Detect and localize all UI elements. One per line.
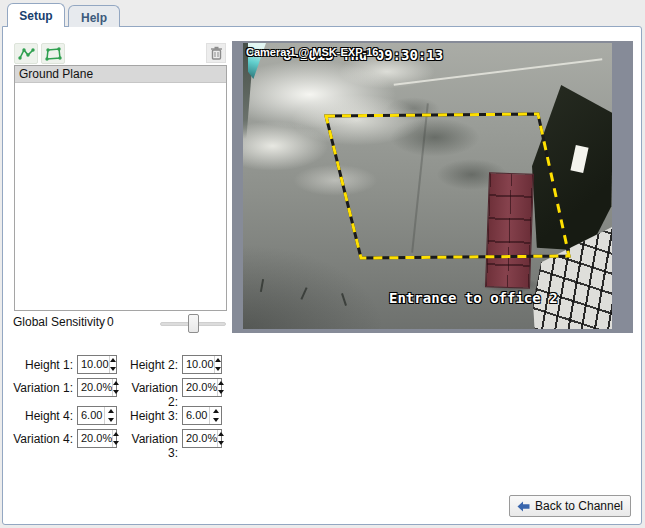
variation3-value[interactable]: 20.0%	[183, 430, 217, 447]
variation4-input[interactable]: 20.0%	[77, 429, 117, 448]
polyline-icon	[18, 47, 35, 61]
spin-up-icon[interactable]	[210, 407, 221, 416]
back-arrow-icon	[517, 501, 530, 512]
spin-down-icon[interactable]	[113, 439, 119, 448]
spin-down-icon[interactable]	[218, 388, 224, 397]
variation2-label: Variation 2:	[121, 381, 178, 409]
height2-input[interactable]: 10.00	[182, 355, 222, 374]
height1-input[interactable]: 10.00	[77, 355, 117, 374]
variation4-label: Variation 4:	[11, 432, 73, 446]
global-sensitivity-label: Global Sensitivity	[13, 315, 105, 329]
polygon-icon	[45, 47, 62, 61]
spin-down-icon[interactable]	[110, 365, 116, 374]
height4-value[interactable]: 6.00	[78, 407, 104, 424]
height4-label: Height 4:	[11, 409, 73, 423]
variation1-value[interactable]: 20.0%	[78, 379, 112, 396]
height4-input[interactable]: 6.00	[77, 406, 117, 425]
camera-scene[interactable]: 8-2013 Thu 09:30:13 Camera 1 @ MSK-EXP-1…	[243, 43, 612, 329]
variation2-value[interactable]: 20.0%	[183, 379, 217, 396]
variation2-input[interactable]: 20.0%	[182, 378, 222, 397]
back-to-channel-button[interactable]: Back to Channel	[509, 495, 631, 517]
spin-down-icon[interactable]	[113, 388, 119, 397]
setup-panel: Ground Plane Global Sensitivity 0 8-201	[2, 26, 642, 525]
delete-zone-button[interactable]	[206, 43, 226, 63]
spin-up-icon[interactable]	[105, 407, 116, 416]
video-caption: Entrance to office 2	[389, 290, 558, 306]
trash-icon	[210, 46, 223, 60]
height3-input[interactable]: 6.00	[182, 406, 222, 425]
height1-label: Height 1:	[11, 358, 73, 372]
spin-up-icon[interactable]	[218, 379, 224, 388]
ground-plane-zone[interactable]	[243, 43, 612, 329]
height2-label: Height 2:	[121, 358, 178, 372]
draw-polygon-button[interactable]	[41, 43, 65, 64]
variation4-value[interactable]: 20.0%	[78, 430, 112, 447]
height1-value[interactable]: 10.00	[78, 356, 109, 373]
spin-up-icon[interactable]	[113, 430, 119, 439]
video-preview[interactable]: 8-2013 Thu 09:30:13 Camera 1 @ MSK-EXP-1…	[232, 41, 633, 333]
spin-down-icon[interactable]	[210, 416, 221, 425]
draw-polyline-button[interactable]	[14, 43, 38, 64]
back-to-channel-label: Back to Channel	[535, 499, 623, 513]
spin-up-icon[interactable]	[218, 430, 224, 439]
zone-list[interactable]: Ground Plane	[14, 65, 227, 311]
tab-setup[interactable]: Setup	[7, 3, 65, 27]
variation1-input[interactable]: 20.0%	[77, 378, 117, 397]
slider-thumb[interactable]	[188, 314, 199, 333]
spin-up-icon[interactable]	[215, 356, 221, 365]
spin-down-icon[interactable]	[105, 416, 116, 425]
height3-label: Height 3:	[121, 409, 178, 423]
variation1-label: Variation 1:	[11, 381, 73, 395]
camera-name-overlay: Camera 1 @ MSK-EXP-16	[246, 46, 378, 58]
height3-value[interactable]: 6.00	[183, 407, 209, 424]
tab-help[interactable]: Help	[68, 5, 120, 27]
spin-up-icon[interactable]	[110, 356, 116, 365]
spin-up-icon[interactable]	[113, 379, 119, 388]
global-sensitivity-value: 0	[107, 315, 114, 329]
spin-down-icon[interactable]	[215, 365, 221, 374]
list-item-ground-plane[interactable]: Ground Plane	[15, 66, 226, 83]
height2-value[interactable]: 10.00	[183, 356, 214, 373]
variation3-label: Variation 3:	[121, 432, 178, 460]
global-sensitivity-slider[interactable]	[160, 314, 226, 333]
spin-down-icon[interactable]	[218, 439, 224, 448]
variation3-input[interactable]: 20.0%	[182, 429, 222, 448]
